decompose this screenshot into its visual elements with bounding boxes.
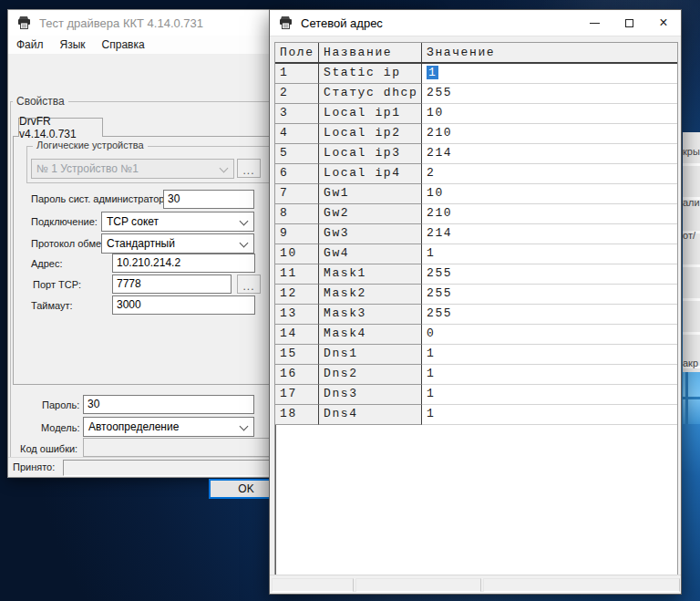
cell-field-value[interactable]: 1 [422, 365, 677, 385]
cell-field-name: Dns3 [319, 385, 422, 405]
timeout-input[interactable]: 3000 [112, 295, 255, 315]
chevron-down-icon [240, 217, 249, 226]
cell-field-value[interactable]: 1 [422, 405, 677, 425]
cell-field-name: Mask3 [319, 305, 422, 325]
model-select[interactable]: Автоопределение [83, 417, 254, 437]
cell-field-name: Mask1 [319, 264, 422, 285]
cell-field-number: 2 [275, 84, 319, 104]
cell-field-number: 18 [275, 405, 319, 425]
menu-help[interactable]: Справка [94, 36, 153, 53]
menu-language[interactable]: Язык [52, 36, 94, 53]
status-panel [272, 578, 354, 592]
table-row: 8 Gw2 210 [275, 204, 677, 224]
table-row: 13 Mask3 255 [275, 305, 677, 325]
cell-field-value[interactable]: 1 [422, 64, 677, 84]
background-window-fragment: кры али от/ акр [683, 132, 700, 374]
network-address-grid: Поле Название Значение 1 Static ip 1 2 С… [274, 42, 678, 576]
chevron-down-icon [220, 164, 229, 173]
cell-field-name: Local ip4 [319, 164, 422, 184]
tcp-port-label: Порт TCP: [33, 279, 81, 290]
cell-field-number: 17 [275, 385, 319, 405]
status-panel [483, 578, 680, 592]
desktop: кры али от/ акр Тест драйвера ККТ 4.14.0… [0, 0, 700, 601]
address-input[interactable]: 10.210.214.2 [112, 254, 255, 273]
tcp-port-input[interactable]: 7778 [112, 275, 232, 294]
cell-field-name: Gw1 [319, 184, 422, 204]
table-row: 18 Dns4 1 [275, 405, 677, 425]
cell-field-value[interactable]: 255 [422, 264, 677, 285]
cell-field-number: 15 [275, 345, 319, 365]
cell-field-name: Gw4 [319, 244, 422, 264]
table-row: 2 Статус dhcp 255 [275, 84, 677, 104]
password-input[interactable]: 30 [83, 395, 254, 414]
admin-password-label: Пароль сист. администратора: [31, 193, 173, 204]
cell-field-value[interactable]: 2 [422, 164, 677, 184]
close-button[interactable]: × [646, 10, 681, 36]
table-row: 5 Local ip3 214 [275, 144, 677, 164]
cell-field-value[interactable]: 210 [422, 204, 677, 224]
cell-field-name: Static ip [319, 64, 422, 84]
cell-field-name: Mask2 [319, 285, 422, 305]
table-row: 10 Gw4 1 [275, 244, 677, 264]
clipped-text: от/ [683, 230, 695, 241]
admin-password-input[interactable]: 30 [163, 190, 254, 209]
minimize-icon [590, 23, 600, 24]
logical-devices-label: Логические устройства [33, 140, 148, 150]
password-label: Пароль: [42, 399, 79, 410]
dialog-titlebar[interactable]: Сетевой адрес × [270, 10, 681, 36]
tcp-port-browse-button[interactable]: ... [237, 275, 261, 294]
cell-field-number: 4 [275, 124, 319, 144]
cell-field-value[interactable]: 0 [422, 325, 677, 345]
network-address-dialog: Сетевой адрес × Поле Название Значение 1… [269, 9, 682, 595]
cell-field-number: 9 [275, 224, 319, 244]
protocol-select[interactable]: Стандартный [101, 233, 254, 254]
status-panel [355, 578, 481, 592]
menu-file[interactable]: Файл [8, 36, 52, 53]
table-row: 14 Mask4 0 [275, 325, 677, 345]
cell-field-value[interactable]: 214 [422, 144, 677, 164]
connection-select[interactable]: TCP сокет [101, 212, 254, 232]
tab-drvfr[interactable]: DrvFR v4.14.0.731 [18, 118, 103, 137]
clipped-text: али [683, 197, 700, 208]
cell-field-number: 13 [275, 305, 319, 325]
cell-field-number: 8 [275, 204, 319, 224]
cell-field-name: Dns1 [319, 345, 422, 365]
cell-field-value[interactable]: 255 [422, 84, 677, 104]
cell-field-name: Dns4 [319, 405, 422, 425]
chevron-down-icon [240, 422, 249, 431]
cell-field-value[interactable]: 210 [422, 124, 677, 144]
cell-field-number: 16 [275, 365, 319, 385]
cell-field-name: Статус dhcp [319, 84, 422, 104]
cell-field-value[interactable]: 1 [422, 385, 677, 405]
device-browse-button[interactable]: ... [237, 159, 261, 178]
column-header-value: Значение [422, 43, 677, 62]
chevron-down-icon [240, 239, 249, 248]
cell-field-value[interactable]: 10 [422, 104, 677, 124]
close-icon: × [659, 16, 667, 30]
dialog-client-area: Поле Название Значение 1 Static ip 1 2 С… [270, 36, 681, 594]
selected-cell-value[interactable]: 1 [427, 66, 438, 79]
main-window-title: Тест драйвера ККТ 4.14.0.731 [39, 16, 203, 30]
dialog-status-bar [270, 575, 681, 594]
cell-field-value[interactable]: 255 [422, 305, 677, 325]
table-row: 4 Local ip2 210 [275, 124, 677, 144]
cell-field-value[interactable]: 10 [422, 184, 677, 204]
cell-field-value[interactable]: 255 [422, 285, 677, 305]
cell-field-value[interactable]: 214 [422, 224, 677, 244]
table-row: 15 Dns1 1 [275, 345, 677, 365]
minimize-button[interactable] [577, 10, 612, 36]
grid-body: 1 Static ip 1 2 Статус dhcp 255 3 Local … [275, 64, 677, 425]
table-row: 11 Mask1 255 [275, 264, 677, 285]
error-code-field [83, 438, 282, 457]
maximize-icon [625, 19, 633, 27]
cell-field-number: 10 [275, 244, 319, 264]
dialog-title: Сетевой адрес [301, 16, 383, 30]
clipped-text: кры [683, 146, 700, 157]
maximize-button[interactable] [612, 10, 646, 36]
grid-header-row: Поле Название Значение [275, 43, 677, 64]
cell-field-number: 14 [275, 325, 319, 345]
cell-field-value[interactable]: 1 [422, 345, 677, 365]
cell-field-number: 6 [275, 164, 319, 184]
cell-field-value[interactable]: 1 [422, 244, 677, 264]
table-row: 16 Dns2 1 [275, 365, 677, 385]
